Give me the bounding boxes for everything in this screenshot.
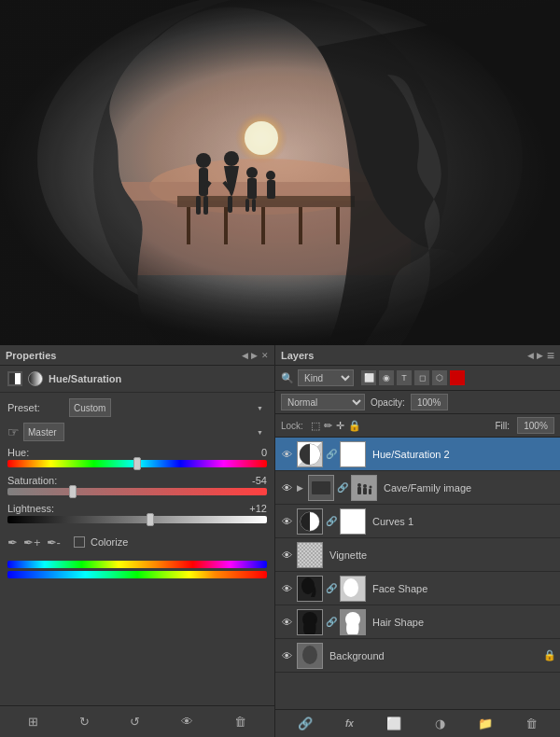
lightness-slider-track[interactable]: [7, 516, 267, 523]
add-mask-btn[interactable]: ⬜: [386, 716, 401, 730]
properties-panel: Properties ◀ ▶ ✕ Hue/Saturation Preset:: [0, 345, 275, 737]
layer-name-cave-family: Cave/Family image: [380, 482, 556, 494]
link-layers-btn[interactable]: 🔗: [298, 716, 313, 730]
layer-row-curves[interactable]: 👁 🔗 Curves 1: [275, 505, 560, 538]
saturation-slider-track[interactable]: [7, 488, 267, 495]
layers-list: 👁 🔗 Hue/Saturation 2 👁 ▶: [275, 438, 560, 709]
colorize-label: Colorize: [91, 536, 128, 548]
layer-thumb-hue-sat: [297, 441, 323, 467]
lock-paint-icon[interactable]: ✏: [324, 420, 332, 432]
layers-menu-icon[interactable]: ≡: [547, 348, 554, 363]
svg-rect-51: [298, 543, 322, 567]
saturation-value: -54: [239, 475, 267, 486]
opacity-input[interactable]: [411, 394, 448, 410]
svg-rect-43: [369, 489, 371, 494]
lock-transparent-icon[interactable]: ⬚: [311, 420, 320, 432]
svg-point-61: [302, 646, 317, 664]
kind-select[interactable]: Kind: [298, 369, 354, 386]
eye-cave-family[interactable]: 👁: [279, 480, 294, 495]
background-lock-icon: 🔒: [543, 649, 556, 661]
svg-point-40: [363, 484, 367, 488]
hue-slider-section: Hue: 0: [7, 447, 267, 467]
fill-input[interactable]: [517, 417, 554, 434]
eyedropper-icon[interactable]: ✒: [7, 535, 18, 549]
layer-row-face-shape[interactable]: 👁 🔗 Face Shape: [275, 572, 560, 605]
hue-slider-track[interactable]: [7, 460, 267, 467]
eye-hair-shape[interactable]: 👁: [279, 615, 294, 630]
lightness-label: Lightness:: [7, 503, 54, 514]
layer-mask-hue-sat: [340, 441, 366, 467]
shape-filter-icon[interactable]: ◻: [414, 370, 429, 385]
svg-rect-34: [341, 442, 365, 466]
preset-select-wrapper: Custom Default: [69, 398, 267, 417]
layer-row-background[interactable]: 👁 Background 🔒: [275, 639, 560, 673]
eye-vignette[interactable]: 👁: [279, 548, 294, 563]
layer-link-hair[interactable]: 🔗: [326, 609, 337, 635]
layer-row-cave-family[interactable]: 👁 ▶ 🔗: [275, 471, 560, 505]
layer-link-curves[interactable]: 🔗: [326, 508, 337, 535]
layers-blend-row: Normal Multiply Screen Opacity:: [275, 391, 560, 414]
eye-hue-sat[interactable]: 👁: [279, 447, 294, 462]
layer-thumb-vignette: [297, 542, 323, 568]
layer-link-hue-sat[interactable]: 🔗: [326, 441, 337, 467]
layer-link-cave-family[interactable]: 🔗: [337, 475, 348, 501]
hue-sat-adjustment-icon: [28, 371, 43, 386]
layer-name-hue-sat: Hue/Saturation 2: [369, 449, 556, 460]
cycle-icon[interactable]: ↻: [79, 715, 90, 729]
hue-sat-header: Hue/Saturation: [0, 366, 274, 393]
new-group-btn[interactable]: 📁: [478, 716, 493, 730]
fill-label: Fill:: [495, 421, 510, 431]
colorize-checkbox[interactable]: [74, 536, 85, 548]
lightness-slider-thumb[interactable]: [147, 513, 154, 526]
blend-mode-select[interactable]: Normal Multiply Screen: [281, 394, 365, 410]
new-snapshot-icon[interactable]: ⊞: [28, 715, 38, 729]
saturation-label-row: Saturation: -54: [7, 475, 267, 486]
channel-select-wrapper: Master Reds Yellows: [23, 423, 267, 441]
group-expand-arrow[interactable]: ▶: [297, 483, 303, 493]
layer-row-hair-shape[interactable]: 👁 🔗 Hair Shape: [275, 605, 560, 639]
properties-collapse-arrows[interactable]: ◀ ▶: [242, 351, 258, 360]
channel-select[interactable]: Master Reds Yellows: [23, 423, 64, 441]
layer-mask-hair: [340, 609, 366, 635]
hue-label: Hue:: [7, 447, 29, 458]
properties-panel-controls: ◀ ▶ ✕: [242, 351, 269, 360]
layers-panel-header: Layers ◀ ▶ ≡: [275, 345, 560, 366]
svg-point-53: [301, 577, 315, 594]
layers-panel: Layers ◀ ▶ ≡ 🔍 Kind ⬜ ◉ T ◻ ⬡: [275, 345, 560, 737]
eye-curves[interactable]: 👁: [279, 514, 294, 529]
preset-select[interactable]: Custom Default: [69, 398, 111, 417]
text-filter-icon[interactable]: T: [397, 370, 412, 385]
eyedropper-minus-icon[interactable]: ✒-: [47, 535, 61, 549]
layer-filter-icons: ⬜ ◉ T ◻ ⬡: [361, 370, 465, 385]
layer-link-face[interactable]: 🔗: [326, 576, 337, 602]
svg-point-55: [343, 578, 358, 597]
eye-background[interactable]: 👁: [279, 648, 294, 663]
lock-move-icon[interactable]: ✛: [336, 420, 344, 432]
layers-collapse-arrows[interactable]: ◀ ▶: [527, 351, 543, 360]
delete-layer-btn[interactable]: 🗑: [525, 716, 538, 730]
pixel-filter-icon[interactable]: ⬜: [361, 370, 376, 385]
hue-slider-thumb[interactable]: [133, 457, 141, 470]
saturation-slider-thumb[interactable]: [69, 485, 77, 498]
layer-thumb-face-shape: [297, 576, 323, 602]
eyedropper-plus-icon[interactable]: ✒+: [23, 535, 41, 549]
eye-face-shape[interactable]: 👁: [279, 581, 294, 596]
adjustment-filter-icon[interactable]: ◉: [379, 370, 394, 385]
svg-point-38: [357, 483, 361, 487]
new-adjustment-btn[interactable]: ◑: [435, 716, 445, 730]
delete-icon[interactable]: 🗑: [234, 715, 246, 729]
visibility-icon[interactable]: 👁: [181, 715, 193, 729]
lock-all-icon[interactable]: 🔒: [348, 420, 361, 432]
layers-search-row: 🔍 Kind ⬜ ◉ T ◻ ⬡: [275, 366, 560, 391]
layer-thumb-cave-family: [308, 475, 334, 501]
properties-close-btn[interactable]: ✕: [261, 351, 269, 360]
fx-btn[interactable]: fx: [345, 718, 354, 729]
active-filter-indicator[interactable]: [450, 370, 465, 385]
layer-row-vignette[interactable]: 👁 Vignette: [275, 538, 560, 572]
reset-icon[interactable]: ↺: [130, 715, 140, 729]
smart-filter-icon[interactable]: ⬡: [432, 370, 447, 385]
properties-panel-header: Properties ◀ ▶ ✕: [0, 345, 274, 366]
hue-gradient-strip-bottom: [7, 571, 267, 578]
hue-value: 0: [239, 447, 267, 458]
layer-row-hue-sat[interactable]: 👁 🔗 Hue/Saturation 2: [275, 438, 560, 471]
